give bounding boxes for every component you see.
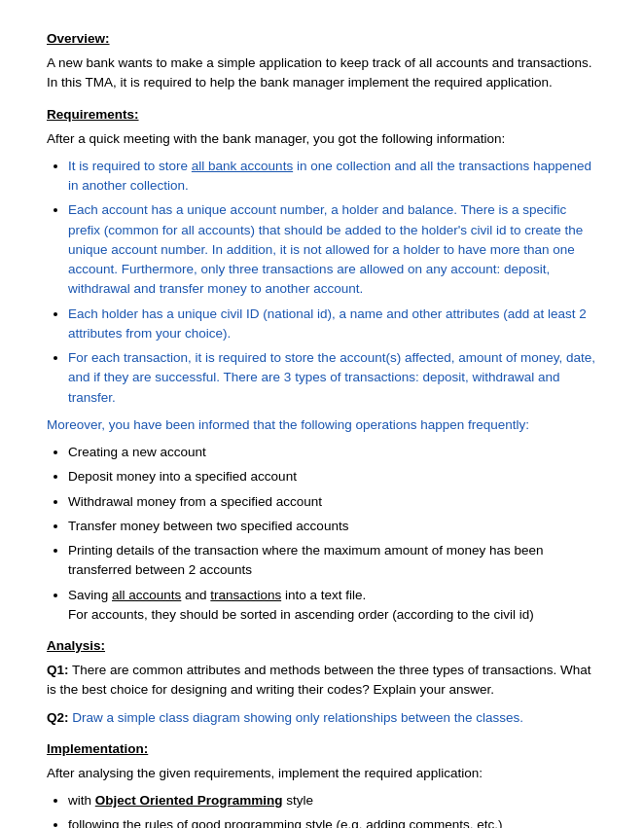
list-item: with Object Oriented Programming style bbox=[68, 791, 597, 810]
analysis-heading: Analysis: bbox=[47, 638, 597, 653]
q1-label: Q1: bbox=[47, 663, 69, 677]
overview-section: Overview: A new bank wants to make a sim… bbox=[47, 31, 597, 93]
moreover-item-1: Creating a new account bbox=[68, 445, 206, 459]
impl-item-2: following the rules of good programming … bbox=[68, 817, 502, 828]
implementation-section: Implementation: After analysing the give… bbox=[47, 741, 597, 828]
req-item-1-text: It is required to store all bank account… bbox=[68, 159, 591, 193]
list-item: Deposit money into a specified account bbox=[68, 467, 597, 486]
list-item: Transfer money between two specified acc… bbox=[68, 517, 597, 536]
list-item: It is required to store all bank account… bbox=[68, 157, 597, 197]
impl-item-1: with Object Oriented Programming style bbox=[68, 793, 313, 808]
page-content: Overview: A new bank wants to make a sim… bbox=[0, 0, 644, 828]
list-item: Withdrawal money from a specified accoun… bbox=[68, 492, 597, 512]
q2-text: Draw a simple class diagram showing only… bbox=[69, 710, 523, 725]
overview-heading: Overview: bbox=[47, 31, 597, 46]
implementation-heading: Implementation: bbox=[47, 741, 597, 756]
moreover-item-6: Saving all accounts and transactions int… bbox=[68, 588, 534, 622]
list-item: Each account has a unique account number… bbox=[68, 200, 597, 299]
list-item: following the rules of good programming … bbox=[68, 815, 597, 828]
moreover-item-2: Deposit money into a specified account bbox=[68, 469, 297, 484]
list-item: Saving all accounts and transactions int… bbox=[68, 586, 597, 626]
moreover-list: Creating a new account Deposit money int… bbox=[68, 443, 597, 625]
moreover-section: Moreover, you have been informed that th… bbox=[47, 415, 597, 625]
req-item-1-underline: all bank accounts bbox=[192, 159, 293, 173]
q2-paragraph: Q2: Draw a simple class diagram showing … bbox=[47, 708, 597, 728]
moreover-intro: Moreover, you have been informed that th… bbox=[47, 415, 597, 435]
analysis-section: Analysis: Q1: There are common attribute… bbox=[47, 638, 597, 728]
requirements-list: It is required to store all bank account… bbox=[68, 157, 597, 408]
implementation-intro: After analysing the given requirements, … bbox=[47, 764, 597, 783]
req-item-3-text: Each holder has a unique civil ID (natio… bbox=[68, 306, 587, 341]
moreover-item-6-underline1: all accounts bbox=[112, 588, 181, 602]
requirements-heading: Requirements: bbox=[47, 107, 597, 122]
moreover-item-6-underline2: transactions bbox=[210, 588, 281, 602]
moreover-item-4: Transfer money between two specified acc… bbox=[68, 519, 348, 533]
req-item-2-text: Each account has a unique account number… bbox=[68, 202, 583, 296]
list-item: Creating a new account bbox=[68, 443, 597, 462]
q2-label: Q2: bbox=[47, 710, 69, 725]
q1-paragraph: Q1: There are common attributes and meth… bbox=[47, 661, 597, 701]
list-item: For each transaction, it is required to … bbox=[68, 348, 597, 408]
list-item: Each holder has a unique civil ID (natio… bbox=[68, 305, 597, 344]
list-item: Printing details of the transaction wher… bbox=[68, 541, 597, 581]
overview-paragraph: A new bank wants to make a simple applic… bbox=[47, 54, 597, 93]
requirements-section: Requirements: After a quick meeting with… bbox=[47, 107, 597, 408]
req-item-4-text: For each transaction, it is required to … bbox=[68, 350, 595, 405]
moreover-item-5: Printing details of the transaction wher… bbox=[68, 543, 544, 577]
implementation-list: with Object Oriented Programming style f… bbox=[68, 791, 597, 828]
q1-text: There are common attributes and methods … bbox=[47, 663, 591, 697]
requirements-intro: After a quick meeting with the bank mana… bbox=[47, 129, 597, 149]
impl-item-1-bold: Object Oriented Programming bbox=[95, 793, 283, 808]
moreover-item-3: Withdrawal money from a specified accoun… bbox=[68, 494, 322, 509]
